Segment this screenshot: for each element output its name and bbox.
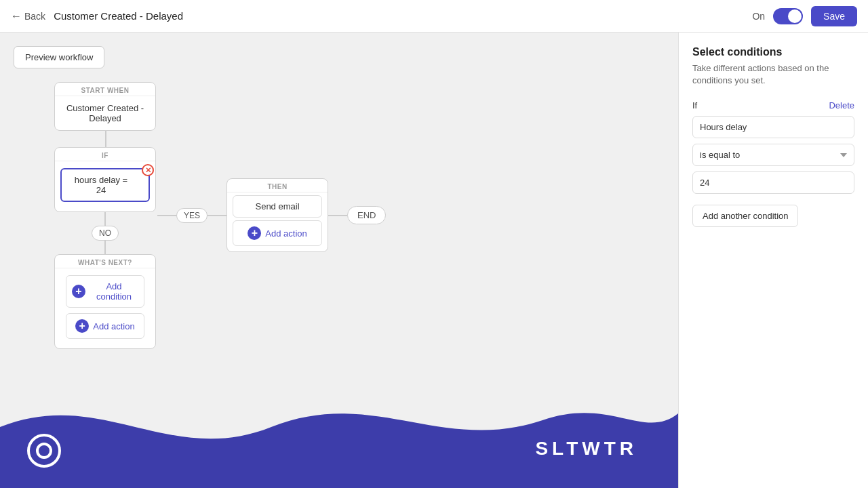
yes-connector-row: YES THEN Send email + Add action — [156, 178, 386, 252]
save-button[interactable]: Save — [811, 6, 857, 26]
h-line-end — [328, 215, 347, 216]
yes-label: YES — [176, 208, 208, 223]
toggle-label: On — [752, 11, 765, 22]
logo-circle — [27, 434, 61, 468]
h-line-yes1 — [157, 215, 176, 216]
condition-header: If Delete — [692, 100, 854, 110]
if-row: IF hours delay = 24 ✕ NO — [54, 147, 386, 349]
back-arrow-icon: ← — [11, 10, 22, 22]
if-text: If — [692, 100, 697, 110]
whats-next-actions: + Add condition + Add action — [55, 268, 155, 348]
right-panel: Select conditions Take different actions… — [678, 33, 868, 488]
plus-icon-then: + — [248, 226, 261, 240]
main-layout: Preview workflow START WHEN Customer Cre… — [0, 33, 868, 488]
condition-text: hours delay = 24 — [75, 175, 127, 195]
h-line-yes2 — [208, 215, 226, 216]
start-when-node: START WHEN Customer Created - Delayed — [54, 82, 156, 131]
value-input[interactable] — [692, 171, 854, 194]
if-label: IF — [55, 148, 155, 161]
no-connector: NO — [54, 212, 156, 254]
if-node-wrap: IF hours delay = 24 ✕ NO — [54, 147, 156, 349]
condition-section: If Delete is equal to is not equal to is… — [692, 100, 854, 227]
add-another-condition-button[interactable]: Add another condition — [692, 205, 798, 227]
add-action-button-whats-next[interactable]: + Add action — [66, 313, 144, 339]
whats-next-label: WHAT'S NEXT? — [55, 255, 155, 268]
workflow-canvas: Preview workflow START WHEN Customer Cre… — [0, 33, 678, 488]
no-label: NO — [92, 226, 119, 241]
add-condition-button[interactable]: + Add condition — [66, 275, 144, 308]
plus-icon-condition: + — [72, 285, 85, 298]
add-action-button-then[interactable]: + Add action — [233, 220, 322, 246]
v-connector-1 — [105, 131, 106, 147]
if-node: IF hours delay = 24 ✕ — [54, 147, 156, 212]
add-condition-label: Add condition — [90, 281, 138, 302]
v-connector-no — [104, 212, 106, 226]
toggle-knob — [788, 9, 802, 23]
back-button[interactable]: ← Back — [11, 10, 45, 22]
topbar-right: On Save — [752, 6, 857, 26]
bottom-wave-area — [0, 373, 678, 488]
v-connector-no2 — [104, 241, 106, 254]
on-off-toggle[interactable] — [773, 8, 803, 24]
panel-description: Take different actions based on the cond… — [692, 62, 854, 87]
add-action-label: Add action — [93, 321, 134, 331]
add-action-then-label: Add action — [265, 228, 307, 239]
preview-workflow-button[interactable]: Preview workflow — [14, 46, 104, 68]
then-node: THEN Send email + Add action — [226, 178, 328, 252]
wave-svg — [0, 373, 678, 488]
field-input[interactable] — [692, 116, 854, 138]
delete-button[interactable]: Delete — [829, 100, 854, 110]
back-label: Back — [24, 11, 45, 22]
send-email-action[interactable]: Send email — [233, 195, 322, 218]
brand-name: SLTWTR — [535, 438, 637, 460]
operator-select[interactable]: is equal to is not equal to is greater t… — [692, 144, 854, 166]
condition-chip[interactable]: hours delay = 24 ✕ — [60, 168, 150, 202]
end-node: END — [347, 206, 386, 224]
panel-title: Select conditions — [692, 46, 854, 58]
topbar-left: ← Back Customer Created - Delayed — [11, 10, 183, 22]
trigger-label: Customer Created - Delayed — [55, 96, 155, 130]
brand-logo — [27, 434, 61, 468]
topbar: ← Back Customer Created - Delayed On Sav… — [0, 0, 868, 33]
condition-chip-wrap: hours delay = 24 ✕ — [55, 161, 155, 211]
page-title: Customer Created - Delayed — [54, 10, 183, 22]
start-when-label: START WHEN — [55, 83, 155, 96]
then-label: THEN — [227, 179, 328, 192]
whats-next-node: WHAT'S NEXT? + Add condition + Add actio… — [54, 254, 156, 349]
logo-inner — [36, 443, 52, 459]
plus-icon-action: + — [75, 319, 89, 333]
remove-condition-button[interactable]: ✕ — [142, 164, 154, 176]
